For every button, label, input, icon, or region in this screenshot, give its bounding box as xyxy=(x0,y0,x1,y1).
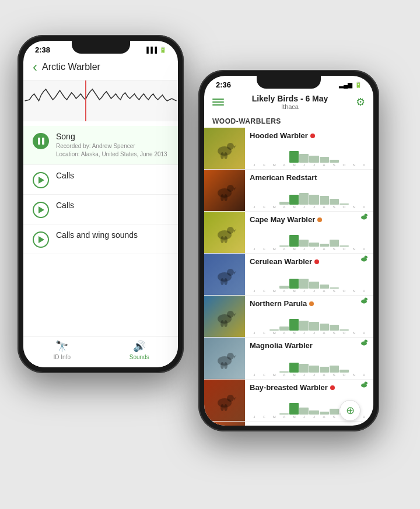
month-label: M xyxy=(270,331,279,335)
month-label: S xyxy=(330,289,339,293)
svg-point-32 xyxy=(365,298,368,301)
month-col xyxy=(289,235,299,247)
month-segment xyxy=(289,319,299,331)
svg-marker-2 xyxy=(234,145,236,149)
svg-point-24 xyxy=(365,256,368,259)
sound-label-calls1: Calls xyxy=(56,171,169,180)
month-col xyxy=(320,157,329,163)
phone1-screen: 2:38 ▐▐▐ 🔋 ‹ Arctic Warbler xyxy=(23,41,178,367)
bird-photo-inner xyxy=(204,296,245,337)
sound-item-calls2[interactable]: Calls xyxy=(23,195,178,224)
month-col xyxy=(299,408,309,415)
tab-id-info[interactable]: 🔭 ID Info xyxy=(23,340,101,360)
month-col xyxy=(309,243,318,247)
sound-item-calls-wing[interactable]: Calls and wing sounds xyxy=(23,224,178,254)
month-col xyxy=(340,370,349,373)
sound-item-calls1[interactable]: Calls xyxy=(23,165,178,195)
month-bar xyxy=(250,146,369,163)
back-button[interactable]: ‹ xyxy=(33,59,37,75)
month-col xyxy=(289,279,299,289)
phone2-screen: 2:36 ▂▄▆ 🔋 Likely Birds - 6 May Ithaca ⚙ xyxy=(204,76,373,426)
bird-photo xyxy=(204,254,245,295)
month-label: N xyxy=(349,289,359,293)
compass-button[interactable]: ⊕ xyxy=(340,400,360,421)
month-segment xyxy=(279,286,289,289)
sound-info-song: Song Recorded by: Andrew Spencer Locatio… xyxy=(56,132,169,159)
section-header-wood-warblers: WOOD-WARBLERS xyxy=(204,115,373,128)
sound-info-calls-wing: Calls and wing sounds xyxy=(56,230,169,240)
sound-item-song[interactable]: Song Recorded by: Andrew Spencer Locatio… xyxy=(23,126,178,165)
month-label: J xyxy=(250,373,259,377)
month-col xyxy=(279,413,289,415)
month-label: M xyxy=(270,373,279,377)
bird-item[interactable]: American RedstartJFMAMJJASOND xyxy=(204,170,373,212)
svg-point-30 xyxy=(224,320,228,327)
play-button-calls-wing[interactable] xyxy=(33,231,49,248)
play-triangle-calls2 xyxy=(38,206,44,213)
phone2-title: Likely Birds - 6 May xyxy=(252,94,328,103)
phone1-shell: 2:38 ▐▐▐ 🔋 ‹ Arctic Warbler xyxy=(18,35,184,373)
bird-name-row: American Redstart xyxy=(250,173,369,182)
bird-info: Magnolia WarblerJFMAMJJASOND xyxy=(245,338,373,379)
bird-name-text: Blackburnian Warbler xyxy=(250,425,328,426)
bird-photo xyxy=(204,296,245,337)
phone1-status-icons: ▐▐▐ 🔋 xyxy=(145,47,166,53)
month-label: M xyxy=(289,415,299,419)
phone1-header: ‹ Arctic Warbler xyxy=(23,57,178,80)
tab-id-info-label: ID Info xyxy=(54,354,71,360)
bird-name-text: Hooded Warbler xyxy=(250,131,308,140)
month-bar xyxy=(250,356,369,373)
month-label: J xyxy=(299,331,309,335)
month-col xyxy=(340,329,349,331)
month-label: M xyxy=(270,205,279,209)
month-segment xyxy=(320,157,329,163)
bird-item[interactable]: Cerulean WarblerJFMAMJJASOND xyxy=(204,254,373,296)
month-segment xyxy=(309,195,318,205)
month-label: S xyxy=(330,331,339,335)
binoculars-icon: 🔭 xyxy=(55,340,68,353)
month-label: F xyxy=(260,415,269,419)
sound-label-song: Song xyxy=(56,132,169,141)
hamburger-menu[interactable] xyxy=(212,99,224,106)
month-col xyxy=(330,160,339,163)
month-col xyxy=(299,321,309,331)
month-label: J xyxy=(250,163,259,167)
waveform-area[interactable] xyxy=(23,80,178,121)
phone2-bottom-bar: ⊕ xyxy=(335,395,365,426)
month-label: O xyxy=(340,205,349,209)
month-label: A xyxy=(320,289,329,293)
month-bar-container: JFMAMJJASOND xyxy=(250,272,369,293)
bird-item[interactable]: Hooded WarblerJFMAMJJASOND xyxy=(204,128,373,170)
filter-icon[interactable]: ⚙ xyxy=(356,96,365,108)
bird-info: Cape May WarblerJFMAMJJASOND xyxy=(245,212,373,253)
bird-item[interactable]: Magnolia WarblerJFMAMJJASOND xyxy=(204,338,373,380)
month-col xyxy=(279,371,289,373)
month-label: J xyxy=(299,289,309,293)
bird-item[interactable]: Northern ParulaJFMAMJJASOND xyxy=(204,296,373,338)
month-label: J xyxy=(299,205,309,209)
side-bird-icon xyxy=(359,296,369,305)
hamburger-line1 xyxy=(212,99,224,100)
svg-point-4 xyxy=(224,152,228,159)
month-bar-container: JFMAMJJASOND xyxy=(250,146,369,167)
month-col xyxy=(279,245,289,247)
month-col xyxy=(299,279,309,289)
month-segment xyxy=(320,244,329,247)
month-labels-row: JFMAMJJASOND xyxy=(250,247,369,251)
bird-photo-inner xyxy=(204,212,245,253)
month-label: M xyxy=(289,373,299,377)
bird-item[interactable]: Cape May WarblerJFMAMJJASOND xyxy=(204,212,373,254)
month-segment xyxy=(309,410,318,415)
play-button-calls2[interactable] xyxy=(33,202,49,218)
bird-photo xyxy=(204,212,245,253)
month-bar xyxy=(250,188,369,205)
month-segment xyxy=(299,193,309,205)
hamburger-line3 xyxy=(212,104,224,106)
play-button-calls1[interactable] xyxy=(33,172,49,188)
svg-point-8 xyxy=(220,194,224,201)
month-bar xyxy=(250,230,369,247)
month-segment xyxy=(299,240,309,247)
month-label: A xyxy=(279,247,289,251)
pause-button-song[interactable] xyxy=(33,133,49,149)
tab-sounds[interactable]: 🔊 Sounds xyxy=(101,340,178,360)
